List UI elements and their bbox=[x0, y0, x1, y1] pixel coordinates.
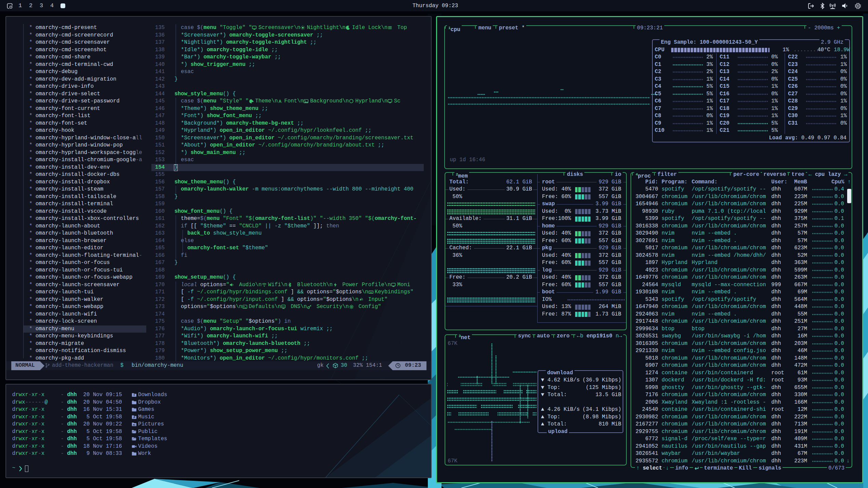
svg-text:A: A bbox=[279, 99, 282, 104]
